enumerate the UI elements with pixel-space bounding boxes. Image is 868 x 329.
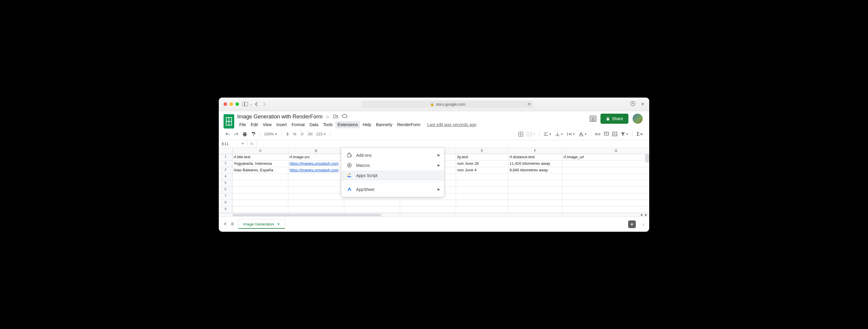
menu-format[interactable]: Format: [289, 121, 307, 128]
close-window-button[interactable]: [223, 102, 227, 106]
col-header[interactable]: E: [456, 148, 508, 154]
row-header[interactable]: 3: [219, 167, 232, 174]
menu-view[interactable]: View: [261, 121, 274, 128]
row-header[interactable]: 4: [219, 174, 232, 180]
cell[interactable]: [456, 206, 508, 213]
explore-button[interactable]: ✦: [628, 220, 636, 228]
reload-icon[interactable]: ⟳: [528, 102, 531, 107]
address-bar[interactable]: 🔒 docs.google.com ⟳: [362, 100, 534, 108]
col-header[interactable]: A: [232, 148, 288, 154]
text-rotation-button[interactable]: ▼: [577, 130, 589, 138]
format-currency-button[interactable]: $: [284, 130, 291, 138]
account-avatar[interactable]: [632, 114, 643, 124]
cell[interactable]: [508, 200, 562, 206]
share-button[interactable]: Share: [600, 114, 628, 124]
cell[interactable]: [562, 167, 649, 174]
cell[interactable]: [562, 187, 649, 193]
insert-chart-button[interactable]: [611, 130, 619, 138]
cell[interactable]: [400, 200, 456, 206]
zoom-select[interactable]: 100%▼: [262, 130, 279, 138]
text-wrap-button[interactable]: ▼: [565, 131, 577, 138]
cloud-status-icon[interactable]: [342, 114, 348, 120]
undo-button[interactable]: [223, 131, 231, 138]
cell[interactable]: [288, 200, 344, 206]
menu-edit[interactable]: Edit: [249, 121, 260, 128]
star-icon[interactable]: ☆: [326, 114, 330, 120]
cell[interactable]: rf.image.src: [288, 154, 344, 161]
decrease-decimal-button[interactable]: ←.0: [299, 130, 305, 138]
cell[interactable]: Yogyakarta, Indonesia: [232, 161, 288, 167]
menu-bannerly[interactable]: Bannerly: [374, 121, 395, 128]
cell[interactable]: [456, 187, 508, 193]
cell[interactable]: [456, 180, 508, 187]
menu-file[interactable]: File: [237, 121, 248, 128]
sheets-logo-icon[interactable]: [223, 114, 234, 128]
forward-button[interactable]: [262, 102, 265, 106]
cell[interactable]: [562, 206, 649, 213]
redo-button[interactable]: [232, 131, 240, 138]
row-header[interactable]: 8: [219, 200, 232, 206]
document-title[interactable]: Image Generation with RenderForm: [237, 114, 322, 120]
sheet-tab-menu-icon[interactable]: ▼: [277, 222, 280, 226]
move-icon[interactable]: [333, 114, 338, 120]
collapse-toolbar-button[interactable]: [638, 132, 645, 137]
horizontal-align-button[interactable]: ▼: [542, 131, 553, 137]
downloads-icon[interactable]: [630, 101, 636, 108]
menu-item-appsheet[interactable]: AppSheet ▶: [341, 184, 444, 195]
last-edit-status[interactable]: Last edit was seconds ago: [428, 122, 476, 127]
cell[interactable]: rom June 4: [456, 167, 508, 174]
comments-icon[interactable]: [590, 116, 596, 122]
cell[interactable]: [232, 180, 288, 187]
side-panel-toggle[interactable]: ‹: [643, 222, 645, 227]
scrollbar-thumb[interactable]: [232, 214, 381, 216]
link[interactable]: https://images.unsplash.com: [289, 161, 339, 166]
row-header[interactable]: 1: [219, 154, 232, 161]
cell[interactable]: 11,420 kilometres away: [508, 161, 562, 167]
cell[interactable]: [456, 174, 508, 180]
col-header[interactable]: B: [288, 148, 344, 154]
cell[interactable]: Islas Baleares, España: [232, 167, 288, 174]
cell[interactable]: [232, 193, 288, 200]
format-percent-button[interactable]: %: [291, 130, 298, 138]
cell[interactable]: [232, 206, 288, 213]
row-header[interactable]: 7: [219, 193, 232, 200]
cell[interactable]: ity.text: [456, 154, 508, 161]
name-box[interactable]: E11 ▼: [219, 140, 247, 148]
cell[interactable]: rf.image_url: [562, 154, 649, 161]
menu-extensions[interactable]: Extensions: [335, 121, 360, 128]
cell[interactable]: 9,840 kilometres away: [508, 167, 562, 174]
sheet-tab-active[interactable]: Image Generation ▼: [238, 219, 285, 229]
cell[interactable]: [508, 187, 562, 193]
insert-link-button[interactable]: [594, 131, 602, 137]
cell[interactable]: [344, 206, 400, 213]
insert-comment-button[interactable]: [602, 130, 610, 138]
cell[interactable]: [232, 200, 288, 206]
cell[interactable]: [400, 206, 456, 213]
cell[interactable]: [232, 174, 288, 180]
row-header[interactable]: 2: [219, 161, 232, 167]
horizontal-scrollbar[interactable]: ◀ ▶: [219, 213, 649, 216]
more-formats-button[interactable]: 123▼: [314, 130, 328, 138]
maximize-window-button[interactable]: [236, 102, 239, 106]
sidebar-toggle[interactable]: ⌄: [243, 102, 252, 106]
cell[interactable]: [288, 174, 344, 180]
cell[interactable]: rf.distance.text: [508, 154, 562, 161]
all-sheets-button[interactable]: ≡: [231, 221, 234, 227]
menu-item-macros[interactable]: Macros ▶: [341, 160, 444, 171]
cell[interactable]: [508, 174, 562, 180]
menu-item-apps-script[interactable]: Apps Script: [341, 171, 444, 181]
col-header[interactable]: F: [508, 148, 562, 154]
cell[interactable]: https://images.unsplash.com: [288, 161, 344, 167]
back-button[interactable]: [256, 102, 259, 106]
menu-insert[interactable]: Insert: [274, 121, 289, 128]
cell[interactable]: [562, 161, 649, 167]
cell[interactable]: [508, 180, 562, 187]
add-sheet-button[interactable]: +: [223, 221, 227, 227]
print-button[interactable]: [241, 130, 249, 138]
cell[interactable]: [344, 200, 400, 206]
cell[interactable]: [508, 206, 562, 213]
cell[interactable]: [288, 206, 344, 213]
cell[interactable]: [508, 193, 562, 200]
increase-decimal-button[interactable]: →.00: [306, 130, 314, 138]
row-header[interactable]: 5: [219, 180, 232, 187]
